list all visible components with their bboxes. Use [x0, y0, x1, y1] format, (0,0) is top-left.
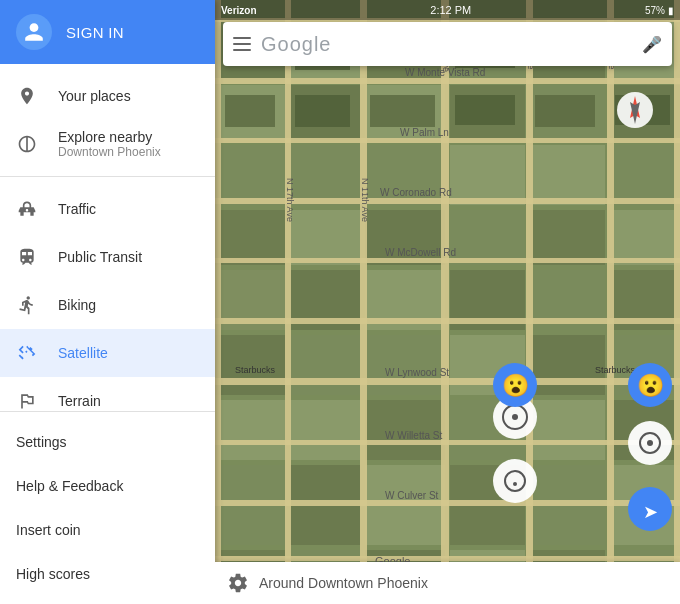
svg-text:➤: ➤ — [643, 502, 658, 522]
sidebar-nav: Your places Explore nearby Downtown Phoe… — [0, 64, 215, 411]
explore-icon — [16, 133, 38, 155]
satellite-label: Satellite — [58, 345, 108, 361]
svg-rect-40 — [530, 210, 605, 265]
svg-text:Starbucks: Starbucks — [595, 365, 636, 375]
svg-point-113 — [647, 440, 653, 446]
svg-point-106 — [493, 459, 537, 503]
svg-rect-64 — [455, 95, 515, 125]
search-bar[interactable]: Google 🎤 — [223, 22, 672, 66]
traffic-icon — [16, 198, 38, 220]
svg-rect-61 — [225, 95, 275, 127]
satellite-icon — [16, 342, 38, 364]
svg-rect-77 — [215, 0, 221, 604]
svg-rect-12 — [290, 145, 360, 205]
carrier-label: Verizon — [221, 5, 257, 16]
sidebar-item-traffic[interactable]: Traffic — [0, 185, 215, 233]
traffic-label: Traffic — [58, 201, 96, 217]
sidebar: SIGN IN Your places Explore nearby Downt… — [0, 0, 215, 604]
sidebar-footer: Settings Help & Feedback Insert coin Hig… — [0, 411, 215, 604]
svg-rect-15 — [290, 335, 360, 395]
insert-coin-item[interactable]: Insert coin — [0, 508, 215, 552]
svg-rect-78 — [285, 0, 291, 604]
bottom-bar: Around Downtown Phoenix — [215, 562, 680, 604]
svg-text:Starbucks: Starbucks — [235, 365, 276, 375]
explore-nearby-text: Explore nearby Downtown Phoenix — [58, 129, 161, 159]
svg-text:W Coronado Rd: W Coronado Rd — [380, 187, 452, 198]
svg-rect-79 — [360, 0, 367, 604]
map-svg: W Monte Vista Rd W Palm Ln W Coronado Rd… — [215, 0, 680, 604]
svg-rect-42 — [530, 335, 605, 395]
svg-rect-83 — [674, 0, 680, 604]
search-google-label: Google — [261, 33, 632, 56]
your-places-label: Your places — [58, 88, 131, 104]
map-container[interactable]: W Monte Vista Rd W Palm Ln W Coronado Rd… — [215, 0, 680, 604]
svg-rect-80 — [441, 0, 449, 604]
sign-in-label[interactable]: SIGN IN — [66, 24, 124, 41]
svg-rect-63 — [370, 95, 435, 127]
sidebar-item-satellite[interactable]: Satellite — [0, 329, 215, 377]
terrain-icon — [16, 390, 38, 411]
sidebar-item-explore-nearby[interactable]: Explore nearby Downtown Phoenix — [0, 120, 215, 168]
location-icon — [16, 85, 38, 107]
status-bar: Verizon 2:12 PM 57% ▮ — [215, 0, 680, 20]
settings-item[interactable]: Settings — [0, 420, 215, 464]
divider-1 — [0, 176, 215, 177]
svg-rect-48 — [610, 145, 680, 205]
sidebar-item-biking[interactable]: Biking — [0, 281, 215, 329]
sidebar-header[interactable]: SIGN IN — [0, 0, 215, 64]
person-icon — [23, 21, 45, 43]
bike-icon — [16, 294, 38, 316]
svg-point-108 — [513, 482, 517, 486]
battery-label: 57% ▮ — [645, 5, 674, 16]
svg-text:N 17th Ave: N 17th Ave — [285, 178, 295, 222]
svg-text:W McDowell Rd: W McDowell Rd — [385, 247, 456, 258]
biking-label: Biking — [58, 297, 96, 313]
svg-text:N 11th Ave: N 11th Ave — [360, 178, 370, 222]
public-transit-label: Public Transit — [58, 249, 142, 265]
svg-text:W Lynwood St: W Lynwood St — [385, 367, 449, 378]
svg-rect-81 — [526, 0, 533, 604]
svg-text:W Willetta St: W Willetta St — [385, 430, 442, 441]
svg-rect-16 — [290, 400, 360, 460]
mic-icon[interactable]: 🎤 — [642, 35, 662, 54]
sidebar-item-public-transit[interactable]: Public Transit — [0, 233, 215, 281]
svg-rect-13 — [290, 210, 360, 265]
svg-rect-30 — [450, 145, 525, 205]
svg-text:😮: 😮 — [637, 372, 665, 399]
svg-rect-24 — [365, 335, 445, 395]
svg-text:😮: 😮 — [502, 372, 530, 399]
around-downtown-label: Around Downtown Phoenix — [259, 575, 428, 591]
terrain-label: Terrain — [58, 393, 101, 409]
svg-rect-7 — [215, 400, 285, 460]
svg-rect-4 — [215, 210, 285, 265]
svg-rect-43 — [530, 400, 605, 460]
time-label: 2:12 PM — [430, 4, 471, 16]
avatar[interactable] — [16, 14, 52, 50]
settings-icon[interactable] — [227, 572, 249, 594]
svg-rect-62 — [295, 95, 350, 127]
svg-rect-49 — [610, 210, 680, 265]
high-scores-item[interactable]: High scores — [0, 552, 215, 596]
svg-rect-39 — [530, 145, 605, 205]
sidebar-item-terrain[interactable]: Terrain — [0, 377, 215, 411]
menu-icon[interactable] — [233, 37, 251, 51]
svg-text:W Culver St: W Culver St — [385, 490, 439, 501]
help-feedback-item[interactable]: Help & Feedback — [0, 464, 215, 508]
svg-rect-31 — [450, 210, 525, 265]
sidebar-item-your-places[interactable]: Your places — [0, 72, 215, 120]
svg-rect-65 — [535, 95, 595, 127]
svg-text:W Palm Ln: W Palm Ln — [400, 127, 449, 138]
svg-point-105 — [512, 414, 518, 420]
svg-rect-82 — [607, 0, 614, 604]
svg-rect-3 — [215, 145, 285, 205]
transit-icon — [16, 246, 38, 268]
